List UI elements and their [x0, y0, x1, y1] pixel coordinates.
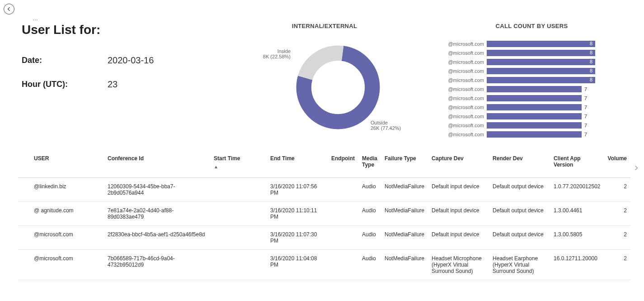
bar: 8 — [487, 59, 595, 65]
col-capture-dev[interactable]: Capture Dev — [428, 151, 489, 178]
cell-user: @linkedin.biz — [18, 178, 104, 202]
cell-media: Audio — [358, 178, 381, 202]
cell-ver: 1.3.00.4461 — [550, 202, 604, 226]
bar-value: 7 — [582, 86, 587, 92]
bar-row[interactable]: @microsoft.com7 — [439, 85, 626, 94]
bar — [487, 113, 582, 119]
cell-ver: 16.0.12711.20000 — [550, 250, 604, 280]
bar-row[interactable]: @microsoft.com8 — [439, 57, 626, 67]
cell-start — [210, 178, 267, 202]
breadcrumb-ellipsis[interactable]: ... — [33, 14, 38, 22]
bar-value: 7 — [582, 132, 587, 137]
bar-value: 8 — [587, 41, 592, 46]
bar-value: 8 — [587, 59, 592, 64]
bar-row[interactable]: @microsoft.com8 — [439, 39, 626, 48]
donut-label-outside: Outside 26K (77.42%) — [371, 120, 416, 131]
bar-row[interactable]: @microsoft.com7 — [439, 130, 626, 139]
cell-media: Audio — [358, 226, 381, 250]
table-row[interactable]: @microsoft.com7b066589-717b-46cd-9a04-47… — [18, 250, 630, 280]
internal-external-chart[interactable]: INTERNAL/EXTERNAL Inside 8K (22.58%) Out… — [230, 23, 419, 142]
col-endpoint[interactable]: Endpoint — [328, 151, 358, 178]
cell-conf: 7e81a74e-2a02-4d40-af88-89d0383ae479 — [104, 202, 210, 226]
sort-ascending-icon: ▲ — [214, 164, 263, 169]
cell-endpoint — [328, 226, 358, 250]
bar-label: @microsoft.com — [439, 114, 487, 119]
arrow-left-icon — [6, 6, 12, 12]
col-conference-id[interactable]: Conference Id — [104, 151, 210, 178]
bar-value: 8 — [587, 50, 592, 55]
cell-cap: Headset Microphone (HyperX Virtual Surro… — [428, 250, 489, 280]
table-header[interactable]: USER Conference Id Start Time ▲ End Time… — [18, 151, 630, 178]
cell-vol: 2 — [604, 202, 630, 226]
back-button[interactable] — [4, 4, 14, 14]
bar-row[interactable]: @microsoft.com8 — [439, 48, 626, 57]
bar-row[interactable]: @microsoft.com7 — [439, 94, 626, 103]
bar-label: @microsoft.com — [439, 96, 487, 101]
bar-value: 8 — [587, 68, 592, 73]
cell-fail: NotMediaFailure — [381, 202, 428, 226]
filter-summary: User List for: Date: 2020-03-16 Hour (UT… — [22, 23, 221, 103]
cell-rend: Default output device — [489, 226, 550, 250]
cell-conf: 7b066589-717b-46cd-9a04-4732b95012d9 — [104, 250, 210, 280]
bar-row[interactable]: @microsoft.com7 — [439, 112, 626, 121]
cell-end: 3/16/2020 11:07:30 PM — [267, 226, 328, 250]
cell-start — [210, 250, 267, 280]
col-user[interactable]: USER — [18, 151, 104, 178]
bar — [487, 86, 582, 92]
cell-cap: Default input device — [428, 202, 489, 226]
cell-conf: 12060309-5434-45be-bba7-2b9d0576a944 — [104, 178, 210, 202]
chevron-right-icon — [633, 165, 639, 171]
cell-vol: 2 — [604, 178, 630, 202]
cell-conf: 2f2830ea-bbcf-4b5a-aef1-d250a46f5e8d — [104, 226, 210, 250]
cell-user: @microsoft.com — [18, 226, 104, 250]
cell-endpoint — [328, 250, 358, 280]
bar-row[interactable]: @microsoft.com7 — [439, 103, 626, 112]
col-failure-type[interactable]: Failure Type — [381, 151, 428, 178]
donut-title: INTERNAL/EXTERNAL — [230, 23, 419, 29]
col-render-dev[interactable]: Render Dev — [489, 151, 550, 178]
bar: 8 — [487, 50, 595, 56]
cell-endpoint — [328, 202, 358, 226]
cell-cap: Default input device — [428, 226, 489, 250]
bar-row[interactable]: @microsoft.com7 — [439, 121, 626, 130]
bar-value: 8 — [587, 77, 592, 82]
col-client-app-version[interactable]: Client App Version — [550, 151, 604, 178]
cell-media: Audio — [358, 202, 381, 226]
col-media-type[interactable]: Media Type — [358, 151, 381, 178]
table-row[interactable]: @microsoft.com2f2830ea-bbcf-4b5a-aef1-d2… — [18, 226, 630, 250]
cell-start — [210, 202, 267, 226]
cell-start — [210, 226, 267, 250]
bar-row[interactable]: @microsoft.com8 — [439, 76, 626, 85]
bar: 8 — [487, 68, 595, 74]
bar: 8 — [487, 41, 595, 47]
cell-cap: Default input device — [428, 178, 489, 202]
date-label: Date: — [22, 56, 108, 65]
cell-fail: NotMediaFailure — [381, 250, 428, 280]
call-records-table[interactable]: USER Conference Id Start Time ▲ End Time… — [0, 151, 644, 280]
cell-ver: 1.0.77.2020012502 — [550, 178, 604, 202]
cell-rend: Headset Earphone (HyperX Virtual Surroun… — [489, 250, 550, 280]
cell-end: 3/16/2020 11:04:08 PM — [267, 250, 328, 280]
bar-value: 7 — [582, 105, 587, 110]
bar: 8 — [487, 77, 595, 83]
bar-label: @microsoft.com — [439, 123, 487, 128]
col-volume[interactable]: Volume — [604, 151, 630, 178]
bar-label: @microsoft.com — [439, 86, 487, 92]
call-count-by-users-chart[interactable]: CALL COUNT BY USERS @microsoft.com8@micr… — [428, 23, 626, 139]
bar-label: @microsoft.com — [439, 50, 487, 56]
donut-label-inside: Inside 8K (22.58%) — [245, 48, 291, 59]
page-title: User List for: — [22, 23, 221, 37]
cell-vol: 2 — [604, 250, 630, 280]
bar-value: 7 — [582, 123, 587, 128]
cell-vol: 2 — [604, 226, 630, 250]
col-end-time[interactable]: End Time — [267, 151, 328, 178]
table-row[interactable]: @ agnitude.com7e81a74e-2a02-4d40-af88-89… — [18, 202, 630, 226]
bar-row[interactable]: @microsoft.com8 — [439, 67, 626, 76]
date-value: 2020-03-16 — [108, 55, 154, 66]
cell-ver: 1.3.00.5805 — [550, 226, 604, 250]
table-row[interactable]: @linkedin.biz12060309-5434-45be-bba7-2b9… — [18, 178, 630, 202]
col-start-time[interactable]: Start Time ▲ — [210, 151, 267, 178]
cell-rend: Default output device — [489, 178, 550, 202]
next-page-button[interactable] — [631, 163, 641, 173]
cell-user: @microsoft.com — [18, 250, 104, 280]
